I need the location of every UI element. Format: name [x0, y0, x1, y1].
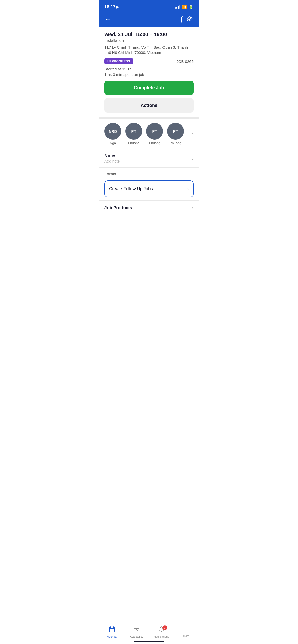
- complete-job-button[interactable]: Complete Job: [104, 81, 194, 95]
- form-follow-up[interactable]: Create Follow Up Jobs ›: [104, 180, 194, 197]
- avatar-name: Phuong: [149, 141, 160, 145]
- status-time: 16:17 ▶: [104, 4, 119, 9]
- avatar-item: PT Phuong: [167, 123, 184, 145]
- form-chevron-icon: ›: [187, 186, 189, 192]
- job-time-spent: 1 hr, 3 min spent on job: [104, 72, 194, 77]
- form-item-label: Create Follow Up Jobs: [109, 186, 153, 192]
- job-details: Wed, 31 Jul, 15:00 – 16:00 Installation …: [99, 27, 199, 117]
- avatar-item: PT Phuong: [146, 123, 163, 145]
- avatars-row: NRD Nga PT Phuong PT Phuong PT Ph: [104, 123, 191, 145]
- forms-label: Forms: [104, 172, 116, 176]
- team-chevron-icon[interactable]: ›: [192, 131, 194, 137]
- notes-chevron-icon: ›: [192, 155, 194, 161]
- wifi-icon: 📶: [182, 5, 187, 9]
- job-address: 117 Lý Chính Thắng, Võ Thị Sáu, Quận 3, …: [104, 45, 194, 55]
- attachment-icon[interactable]: [186, 15, 194, 23]
- avatar-circle: PT: [146, 123, 163, 140]
- status-icons: 📶 🔋: [175, 5, 194, 9]
- time-display: 16:17: [104, 4, 115, 9]
- job-products-row[interactable]: Job Products ›: [99, 200, 199, 215]
- job-type: Installation: [104, 38, 194, 43]
- location-icon: ▶: [116, 5, 119, 9]
- status-bar: 16:17 ▶ 📶 🔋: [99, 0, 199, 13]
- team-section: NRD Nga PT Phuong PT Phuong PT Ph: [99, 119, 199, 149]
- avatar-item: PT Phuong: [125, 123, 142, 145]
- battery-icon: 🔋: [188, 5, 194, 9]
- section-divider: [99, 117, 199, 119]
- job-started: Started at 15:14: [104, 67, 194, 71]
- notes-add: Add note: [104, 159, 191, 163]
- avatar-name: Nga: [110, 141, 116, 145]
- notes-title: Notes: [104, 153, 191, 158]
- actions-button[interactable]: Actions: [104, 98, 194, 113]
- back-button[interactable]: ←: [104, 16, 112, 23]
- edit-icon[interactable]: ∫: [180, 15, 182, 23]
- forms-header: Forms: [99, 167, 199, 178]
- avatar-circle: PT: [125, 123, 142, 140]
- job-meta-row: IN PROGRESS JOB-0265: [104, 58, 194, 64]
- job-id: JOB-0265: [176, 59, 194, 64]
- status-badge: IN PROGRESS: [104, 58, 133, 64]
- job-datetime: Wed, 31 Jul, 15:00 – 16:00: [104, 32, 194, 37]
- nav-bar: ← ∫: [99, 13, 199, 27]
- avatar-circle: PT: [167, 123, 184, 140]
- avatar-circle: NRD: [104, 123, 121, 140]
- products-chevron-icon: ›: [192, 205, 194, 211]
- avatar-name: Phuong: [128, 141, 140, 145]
- avatar-name: Phuong: [170, 141, 181, 145]
- signal-icon: [175, 5, 180, 9]
- nav-actions: ∫: [180, 15, 194, 23]
- notes-section[interactable]: Notes Add note ›: [99, 149, 199, 167]
- job-products-label: Job Products: [104, 205, 132, 210]
- avatar-item: NRD Nga: [104, 123, 121, 145]
